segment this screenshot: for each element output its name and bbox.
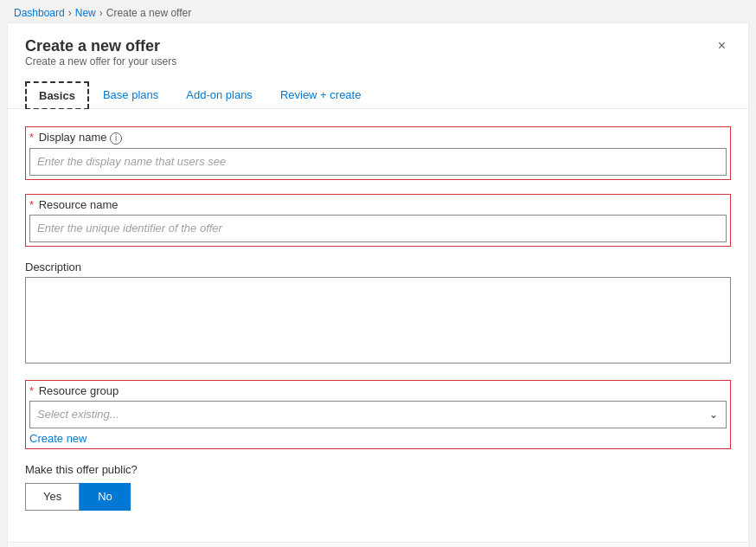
panel-title: Create a new offer [25, 37, 176, 55]
create-new-link[interactable]: Create new [29, 432, 86, 445]
yes-button[interactable]: Yes [25, 483, 80, 511]
panel-body: * Display name i * Resource name Descrip… [8, 109, 748, 542]
breadcrumb-dashboard[interactable]: Dashboard [14, 7, 65, 19]
tab-base-plans[interactable]: Base plans [89, 81, 172, 108]
display-name-required-star: * [29, 131, 34, 144]
resource-group-group: * Resource group Select existing... ⌄ Cr… [25, 380, 731, 449]
resource-group-select[interactable]: Select existing... [29, 401, 727, 428]
resource-name-required-star: * [29, 198, 34, 211]
resource-group-select-wrapper: Select existing... ⌄ [29, 401, 727, 428]
resource-name-label: Resource name [39, 198, 119, 211]
display-name-group: * Display name i [25, 126, 731, 180]
breadcrumb-current: Create a new offer [106, 7, 192, 19]
description-label: Description [25, 261, 731, 274]
tab-basics[interactable]: Basics [25, 81, 89, 109]
resource-name-input[interactable] [29, 215, 727, 242]
tabs-container: Basics Base plans Add-on plans Review + … [25, 81, 731, 108]
breadcrumb: Dashboard › New › Create a new offer [0, 0, 756, 23]
display-name-label: Display name [39, 131, 107, 144]
tab-review-create[interactable]: Review + create [266, 81, 375, 108]
make-public-group: Make this offer public? Yes No [25, 463, 731, 511]
display-name-input[interactable] [29, 148, 727, 176]
resource-group-label-row: * Resource group [29, 384, 727, 397]
tab-add-on-plans[interactable]: Add-on plans [172, 81, 266, 108]
panel-footer: Review + create Previous Next : Base pla… [8, 542, 748, 548]
resource-group-required-star: * [29, 384, 34, 397]
display-name-info-icon[interactable]: i [110, 132, 122, 145]
resource-name-label-row: * Resource name [29, 198, 727, 211]
description-textarea[interactable] [25, 277, 731, 364]
no-button[interactable]: No [80, 483, 131, 511]
display-name-label-row: * Display name i [29, 131, 727, 145]
toggle-group: Yes No [25, 483, 731, 511]
page-container: Dashboard › New › Create a new offer Cre… [0, 0, 756, 547]
panel-subtitle: Create a new offer for your users [25, 55, 176, 68]
resource-group-label: Resource group [39, 384, 119, 397]
panel-header: Create a new offer Create a new offer fo… [8, 23, 748, 109]
description-group: Description [25, 261, 731, 366]
make-public-label: Make this offer public? [25, 463, 731, 476]
close-button[interactable]: × [713, 37, 731, 55]
main-panel: Create a new offer Create a new offer fo… [7, 23, 749, 547]
breadcrumb-new[interactable]: New [75, 7, 96, 19]
resource-name-group: * Resource name [25, 194, 731, 247]
